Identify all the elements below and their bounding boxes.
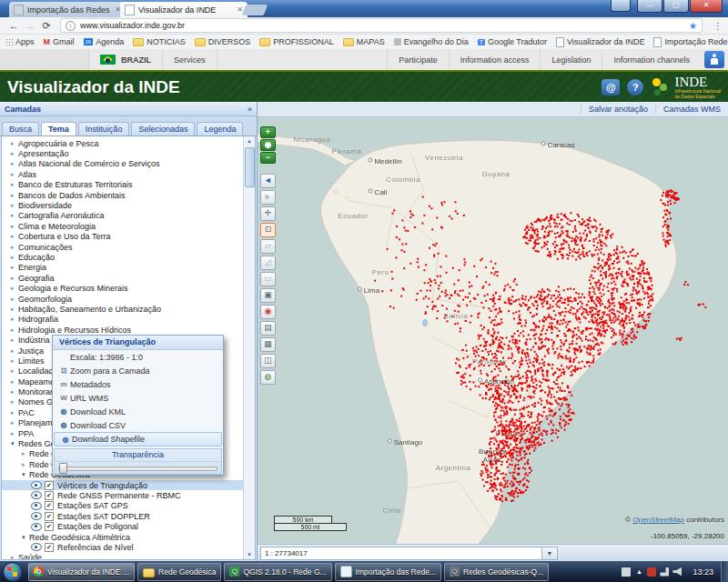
- layer-category-row[interactable]: Cartografia Aeronáutica: [2, 211, 255, 221]
- bookmark-item[interactable]: Apps: [5, 37, 35, 46]
- expand-icon[interactable]: [22, 450, 29, 457]
- site-info-icon[interactable]: i: [66, 21, 76, 31]
- expand-icon[interactable]: [11, 181, 18, 188]
- zoom-out[interactable]: [260, 152, 276, 164]
- bookmark-item[interactable]: 26 Agenda: [84, 37, 125, 46]
- layer-category-row[interactable]: Habitação, Saneamento e Urbanização: [2, 304, 255, 314]
- expand-icon[interactable]: [11, 367, 18, 375]
- map-action-link[interactable]: Camadas WMS: [655, 105, 728, 114]
- expand-icon[interactable]: [11, 192, 18, 199]
- stats[interactable]: [260, 354, 276, 368]
- sidebar-tab[interactable]: Legenda: [197, 122, 243, 135]
- world[interactable]: [260, 370, 276, 385]
- taskbar-button[interactable]: Importação das Rede...: [335, 563, 441, 581]
- scroll-down-icon[interactable]: ▼: [245, 550, 254, 559]
- expand-icon[interactable]: [11, 275, 18, 282]
- expand-icon[interactable]: [11, 357, 18, 365]
- annotate[interactable]: [260, 305, 276, 319]
- bookmark-item[interactable]: DIVERSOS: [195, 37, 251, 46]
- sidebar-scrollbar[interactable]: ▲ ▼: [243, 136, 255, 559]
- expand-icon[interactable]: [11, 202, 18, 209]
- url-wms[interactable]: URL WMS: [53, 391, 223, 405]
- layer-checkbox[interactable]: [45, 522, 54, 531]
- expand-icon[interactable]: [11, 378, 18, 386]
- layer-category-row[interactable]: Atlas: [2, 169, 255, 179]
- map-action-link[interactable]: Salvar anotação: [581, 105, 655, 114]
- visibility-eye-icon[interactable]: [31, 523, 42, 531]
- zoom-to-layer[interactable]: Zoom para a Camada: [53, 364, 223, 377]
- zoom-extent[interactable]: [260, 139, 276, 151]
- back-button[interactable]: ←: [5, 20, 22, 31]
- layer-category-row[interactable]: Biodiversidade: [2, 200, 255, 210]
- expand-icon[interactable]: [11, 326, 18, 334]
- expand-icon[interactable]: [11, 233, 18, 240]
- expand-icon[interactable]: [11, 244, 18, 251]
- download-csv[interactable]: Download CSV: [53, 418, 223, 432]
- triangulation-points-canvas[interactable]: [258, 117, 728, 544]
- taskbar-button[interactable]: Q Redes Geodésicas-Q...: [444, 563, 549, 581]
- profile-button[interactable]: [611, 0, 631, 12]
- layer-row[interactable]: Estações de Poligonal: [2, 521, 255, 531]
- show-desktop-button[interactable]: [721, 561, 728, 582]
- bookmark-item[interactable]: NOTICIAS: [133, 37, 186, 46]
- layer-row[interactable]: Estações SAT DOPPLER: [2, 511, 255, 521]
- layer-checkbox[interactable]: [45, 481, 54, 490]
- tray-expand-icon[interactable]: ▲: [634, 567, 643, 577]
- collapse-icon[interactable]: [22, 471, 29, 478]
- download-shapefile[interactable]: Download Shapefile: [54, 432, 222, 447]
- gov-country[interactable]: BRAZIL: [89, 49, 163, 70]
- sidebar-tab[interactable]: Busca: [2, 122, 39, 135]
- history-forward[interactable]: [260, 190, 276, 205]
- layer-category-row[interactable]: Banco de Estruturas Territoriais: [2, 180, 255, 190]
- layer-category-row[interactable]: Educação: [2, 252, 255, 262]
- scrollbar-thumb[interactable]: [245, 147, 255, 187]
- layer-category-row[interactable]: Cobertura e Uso da Terra: [2, 232, 255, 242]
- layer-category-row[interactable]: Hidrologia e Recursos Hídricos: [2, 325, 255, 335]
- transparency-slider-handle[interactable]: [59, 463, 67, 474]
- layer-category-row[interactable]: Agropecuária e Pesca: [2, 138, 255, 148]
- scale-select[interactable]: 1 : 27734017: [260, 547, 542, 560]
- accessibility-button[interactable]: [704, 51, 724, 68]
- expand-icon[interactable]: [11, 296, 18, 303]
- expand-icon[interactable]: [11, 212, 18, 219]
- visibility-eye-icon[interactable]: [31, 481, 42, 489]
- history-back[interactable]: [260, 174, 276, 188]
- expand-icon[interactable]: [11, 285, 18, 292]
- expand-icon[interactable]: [11, 160, 18, 167]
- openstreetmap-link[interactable]: OpenStreetMap: [632, 516, 683, 524]
- layer-category-row[interactable]: Apresentação: [2, 148, 255, 158]
- visibility-eye-icon[interactable]: [31, 491, 42, 499]
- layer-checkbox[interactable]: [45, 491, 54, 500]
- sidebar-tab[interactable]: Instituição: [78, 122, 130, 135]
- expand-icon[interactable]: [11, 150, 18, 157]
- expand-icon[interactable]: [22, 461, 29, 468]
- bookmark-item[interactable]: M Gmail: [44, 37, 75, 46]
- expand-icon[interactable]: [11, 388, 18, 396]
- layer-category-row[interactable]: Atlas Nacional de Comércio e Serviços: [2, 159, 255, 169]
- tree-item-rede-altimetrica[interactable]: Rede Geodésica Altimétrica: [2, 532, 255, 542]
- layer-checkbox[interactable]: [45, 543, 54, 552]
- expand-icon[interactable]: [11, 171, 18, 178]
- bookmark-item[interactable]: Visualizador da INDE: [556, 37, 644, 47]
- download-kml[interactable]: Download KML: [53, 405, 223, 418]
- visibility-eye-icon[interactable]: [31, 543, 42, 551]
- collapse-icon[interactable]: [22, 534, 29, 541]
- measure-path[interactable]: [260, 272, 276, 286]
- browser-tab[interactable]: Importação das Redes G ✕: [9, 2, 126, 17]
- expand-icon[interactable]: [11, 409, 18, 416]
- visibility-eye-icon[interactable]: [31, 502, 42, 510]
- start-button[interactable]: [3, 562, 23, 582]
- expand-icon[interactable]: [11, 140, 18, 147]
- address-bar[interactable]: i www.visualizador.inde.gov.br ★: [60, 18, 703, 33]
- expand-icon[interactable]: [11, 419, 18, 426]
- transparency-slider[interactable]: [56, 462, 219, 474]
- maximize-button[interactable]: ▢: [663, 0, 689, 13]
- layer-category-row[interactable]: Saúde: [2, 553, 255, 560]
- layer-category-row[interactable]: Comunicações: [2, 242, 255, 252]
- bookmark-item[interactable]: T Google Tradutor: [478, 37, 547, 46]
- bookmark-star-icon[interactable]: ★: [689, 21, 697, 31]
- new-tab-button[interactable]: [242, 5, 268, 15]
- layer-category-row[interactable]: Geografia: [2, 273, 255, 283]
- taskbar-button[interactable]: Visualizador da INDE ...: [28, 563, 135, 581]
- close-button[interactable]: ✕: [690, 0, 723, 13]
